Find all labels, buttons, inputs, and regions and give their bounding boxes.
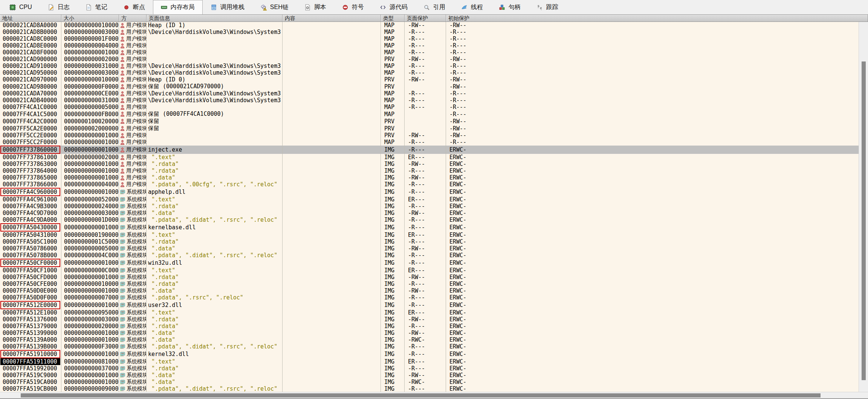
memory-row[interactable]: 00007FF7378610000000000000002000用户模块 ".t…	[0, 154, 859, 161]
tab-memory-map[interactable]: 内存布局	[153, 0, 203, 14]
size-cell: 0000000000010000	[61, 22, 119, 29]
system-module-icon	[120, 359, 125, 364]
memory-row[interactable]: 00007FFA4C9610000000000000052000系统模块 ".t…	[0, 196, 859, 203]
memory-row[interactable]: 00007FFA5139B00000000000000F3000系统模块 ".p…	[0, 343, 859, 350]
memory-row[interactable]: 00007FFA50CFD0000000000000001000系统模块 ".r…	[0, 274, 859, 281]
size-cell: 0000000000024000	[61, 203, 119, 210]
memory-row[interactable]: 0000021CADA7000000000000000CE000用户模块\Dev…	[0, 90, 859, 97]
memory-row[interactable]: 00007FFA50CF1000000000000000C000系统模块 ".t…	[0, 267, 859, 274]
memory-row[interactable]: 0000021CAD9700000000000000010000用户模块Heap…	[0, 76, 859, 83]
memory-row[interactable]: 00007FF7378630000000000000001000用户模块 ".r…	[0, 161, 859, 167]
memory-row[interactable]: 0000021CAD98000000000000000F0000用户模块保留 (…	[0, 83, 859, 90]
tab-call-stack[interactable]: 调用堆栈	[203, 0, 252, 14]
address-value: 0000021CAD950000	[0, 69, 60, 76]
initial-protection-cell: ERWC-	[446, 294, 859, 301]
memory-row[interactable]: 00007FF5CA2E00000000000002000000用户模块保留PR…	[0, 125, 859, 132]
memory-row[interactable]: 00007FFA50CF00000000000000001000系统模块win3…	[0, 259, 859, 267]
memory-row[interactable]: 00007FFA519C90000000000000001000系统模块 ".d…	[0, 372, 859, 379]
column-header-content[interactable]: 内容	[283, 15, 381, 21]
column-header-page-info[interactable]: 页面信息	[147, 15, 283, 21]
memory-row[interactable]: 00007FF4CA1C500000000000000FB000用户模块保留 (…	[0, 110, 859, 118]
column-header-type[interactable]: 类型	[381, 15, 405, 21]
memory-row[interactable]: 00007FFA512E00000000000000001000系统模块user…	[0, 301, 859, 309]
content-cell	[283, 69, 381, 76]
tab-script[interactable]: 脚本	[296, 0, 334, 14]
memory-row[interactable]: 00007FFA4C9B30000000000000024000系统模块 ".r…	[0, 203, 859, 210]
column-header-size[interactable]: 大小	[61, 15, 119, 21]
memory-row[interactable]: 00007FFA5078B000000000000004C000系统模块 ".p…	[0, 252, 859, 259]
memory-row[interactable]: 00007FFA504310000000000000190000系统模块 ".t…	[0, 232, 859, 238]
memory-row[interactable]: 00007FFA4C9D70000000000000003000系统模块 ".d…	[0, 210, 859, 216]
memory-row[interactable]: 00007FFA50D0E0000000000000001000系统模块 ".d…	[0, 287, 859, 294]
column-header-address[interactable]: 地址	[0, 15, 61, 21]
memory-row[interactable]: 00007FF7378650000000000000001000用户模块 ".d…	[0, 174, 859, 181]
memory-row[interactable]: 0000021CAD9000000000000000002000用户模块PRV-…	[0, 56, 859, 63]
size-cell: 00000000000CE000	[61, 90, 119, 97]
memory-row[interactable]: 00007FFA504300000000000000001000系统模块kern…	[0, 223, 859, 232]
page-protection-cell: -RW--	[405, 22, 446, 29]
address-cell: 00007FFA50CFE000	[0, 281, 61, 287]
initial-protection-cell: ERWC-	[446, 281, 859, 287]
size-cell: 0000000000003000	[61, 210, 119, 216]
column-header-page-protection[interactable]: 页面保护	[405, 15, 446, 21]
memory-row[interactable]: 00007FF4CA1C00000000000000005000用户模块MAP-…	[0, 104, 859, 110]
module-type-cell: 用户模块	[119, 83, 147, 90]
type-cell: IMG	[381, 267, 405, 274]
vertical-scrollbar[interactable]	[859, 22, 868, 392]
horizontal-scrollbar-thumb[interactable]	[21, 393, 821, 397]
memory-row[interactable]: 0000021CAD9500000000000000003000用户模块\Dev…	[0, 69, 859, 76]
tab-references[interactable]: 引用	[416, 0, 453, 14]
tab-notes[interactable]: 笔记	[78, 0, 115, 14]
memory-row[interactable]: 00007FFA519920000000000000037000系统模块 ".r…	[0, 365, 859, 372]
memory-row[interactable]: 00007FFA505C100000000000001C5000系统模块 ".r…	[0, 238, 859, 245]
type-cell: IMG	[381, 336, 405, 343]
tab-log[interactable]: 日志	[40, 0, 78, 14]
memory-row[interactable]: 00007FFA513790000000000000020000系统模块 ".r…	[0, 323, 859, 330]
memory-row[interactable]: 00007FFA519CA0000000000000001000系统模块 ".d…	[0, 379, 859, 385]
column-header-initial-protection[interactable]: 初始保护	[446, 15, 868, 21]
tab-cpu[interactable]: CPU	[2, 0, 40, 14]
memory-row[interactable]: 0000021CAD9100000000000000031000用户模块\Dev…	[0, 63, 859, 69]
module-type-cell: 用户模块	[119, 69, 147, 76]
memory-row[interactable]: 00007FF5CC2F00000000000000001000用户模块MAP-…	[0, 139, 859, 146]
memory-row[interactable]: 00007FFA513990000000000000001000系统模块 ".d…	[0, 330, 859, 336]
memory-row[interactable]: 00007FFA519CB0000000000000009000系统模块 ".p…	[0, 385, 859, 392]
memory-row[interactable]: 00007FFA4C9600000000000000001000系统模块apph…	[0, 188, 859, 196]
memory-row[interactable]: 00007FFA519100000000000000001000系统模块kern…	[0, 350, 859, 358]
memory-row[interactable]: 00007FFA5139A0000000000000001000系统模块 ".d…	[0, 336, 859, 343]
size-cell: 000000000001D000	[61, 216, 119, 223]
type-cell: MAP	[381, 110, 405, 118]
memory-row[interactable]: 00007FF7378600000000000000001000用户模块inje…	[0, 146, 859, 154]
vertical-scrollbar-thumb[interactable]	[862, 61, 866, 380]
tab-handles[interactable]: 句柄	[491, 0, 529, 14]
memory-row[interactable]: 0000021CAD8E00000000000000004000用户模块MAP-…	[0, 42, 859, 49]
tab-threads[interactable]: 线程	[453, 0, 491, 14]
memory-row[interactable]: 0000021CAD8A00000000000000010000用户模块Heap…	[0, 22, 859, 29]
tab-seh-chain[interactable]: SEH链	[252, 0, 296, 14]
memory-row[interactable]: 00007FFA512E10000000000000095000系统模块 ".t…	[0, 309, 859, 316]
tab-breakpoints[interactable]: 断点	[115, 0, 153, 14]
memory-row[interactable]: 0000021CAD8F00000000000000001000用户模块MAP-…	[0, 49, 859, 56]
content-cell	[283, 35, 381, 42]
memory-row[interactable]: 00007FFA519110000000000000081000系统模块 ".t…	[0, 358, 859, 365]
memory-row[interactable]: 0000021CAD8B00000000000000003000用户模块\Dev…	[0, 29, 859, 35]
column-header-party[interactable]: 方	[119, 15, 147, 21]
memory-row[interactable]: 00007FF7378660000000000000004000用户模块 ".p…	[0, 181, 859, 188]
memory-row[interactable]: 00007FF5CC2E00000000000000001000用户模块PRV-…	[0, 132, 859, 139]
horizontal-scrollbar[interactable]	[0, 392, 868, 399]
memory-row[interactable]: 00007FF4CA2C00000000000100020000用户模块保留PR…	[0, 118, 859, 125]
type-cell: IMG	[381, 323, 405, 330]
memory-row[interactable]: 00007FFA507860000000000000005000系统模块 ".d…	[0, 245, 859, 252]
memory-row[interactable]: 00007FFA513760000000000000003000系统模块 ".r…	[0, 316, 859, 323]
memory-row[interactable]: 00007FFA50CFE0000000000000010000系统模块 ".r…	[0, 281, 859, 287]
content-cell	[283, 267, 381, 274]
tab-source[interactable]: 源代码	[372, 0, 416, 14]
tab-symbols[interactable]: 符号	[334, 0, 372, 14]
memory-row[interactable]: 0000021CAD8C0000000000000001F000用户模块MAP-…	[0, 35, 859, 42]
memory-row[interactable]: 0000021CADB400000000000000031000用户模块\Dev…	[0, 97, 859, 104]
memory-row[interactable]: 00007FFA50D0F0000000000000007000系统模块 ".p…	[0, 294, 859, 301]
tab-trace[interactable]: 跟踪	[529, 0, 566, 14]
memory-row[interactable]: 00007FF7378640000000000000001000用户模块 ".r…	[0, 167, 859, 174]
memory-row[interactable]: 00007FFA4C9DA000000000000001D000系统模块 ".p…	[0, 216, 859, 223]
page-protection-cell	[405, 118, 446, 125]
